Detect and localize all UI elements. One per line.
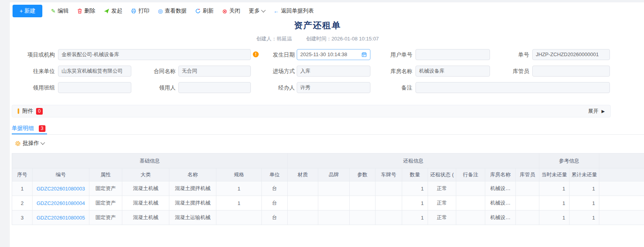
delete-button[interactable]: 删除 [77, 7, 95, 15]
table-cell: 固定资产 [89, 196, 122, 210]
table-cell: 2 [12, 196, 33, 210]
column-header: 还租状态 ( [428, 168, 456, 181]
occur-date-field[interactable]: 2025-11-30 10:14:38 [297, 49, 370, 60]
calendar-icon[interactable] [361, 52, 367, 57]
expand-button[interactable]: 展开 ▶ [588, 108, 605, 115]
recipient-field[interactable] [178, 82, 251, 93]
view-data-button[interactable]: ◎查看数据 [158, 7, 187, 15]
table-cell: 机械设… [485, 181, 516, 196]
attachments-label: 附件 [22, 108, 33, 115]
recipient-label: 领用人 [132, 82, 176, 93]
document-meta: 创建人：韩延温 创建时间：2026-01-08 10:15:07 [0, 35, 635, 42]
created-time: 创建时间：2026-01-08 10:15:07 [306, 35, 379, 42]
initiate-button[interactable]: 发起 [104, 7, 122, 15]
table-cell [350, 196, 376, 210]
column-header: 编号 [33, 168, 89, 181]
table-cell [376, 210, 402, 225]
table-cell [516, 196, 539, 210]
column-header: 单位 [262, 168, 288, 181]
table-cell: 1 [539, 181, 570, 196]
column-header: 属性 [89, 168, 122, 181]
entry-mode-field[interactable]: 入库 [297, 66, 370, 77]
counterparty-field[interactable]: 山东昊宜机械租赁有限公司 [58, 66, 131, 77]
warehouse-keeper-label: 库管员 [486, 66, 529, 77]
column-header: 品牌 [318, 168, 350, 181]
contract-name-field[interactable]: 无合同 [178, 66, 251, 77]
table-cell [516, 210, 539, 225]
handler-field[interactable]: 许秀 [297, 82, 370, 93]
column-header: 车牌号 [376, 168, 402, 181]
column-header: 序号 [12, 168, 33, 181]
close-button[interactable]: ⊗关闭 [222, 7, 240, 15]
chevron-down-icon [40, 140, 45, 145]
table-cell [456, 210, 485, 225]
table-cell: 1 [570, 196, 599, 210]
column-header: 当时未还量 [539, 168, 570, 181]
project-label: 项目或机构 [8, 49, 55, 60]
table-cell: 混凝土搅拌机械 [169, 196, 216, 210]
table-cell [318, 210, 350, 225]
recipient-team-label: 领用班组 [12, 82, 55, 93]
back-button[interactable]: ←返回单据列表 [274, 7, 314, 15]
column-header: 名称 [169, 168, 216, 181]
table-cell: 混凝土机械 [122, 181, 169, 196]
plus-icon: + [20, 8, 23, 14]
table-cell: 机械设… [485, 210, 516, 225]
table-cell: 正常 [428, 196, 456, 210]
user-order-no-field[interactable] [415, 49, 490, 60]
table-cell: 1 [216, 196, 262, 210]
column-header: 材质 [288, 168, 318, 181]
column-header: 库管员 [516, 168, 539, 181]
refresh-button[interactable]: 刷新 [195, 7, 214, 15]
table-row: 2GDZC202601080004固定资产混凝土机械混凝土搅拌机械1台1正常机械… [12, 196, 644, 210]
print-button[interactable]: 打印 [131, 7, 149, 15]
table-cell: 1 [570, 181, 599, 196]
asset-code-link[interactable]: GDZC202601080005 [33, 210, 89, 225]
project-field[interactable]: 金桥装配公司-机械设备库 [58, 49, 251, 60]
tab-detail[interactable]: 单据明细 3 [12, 123, 47, 134]
table-cell [516, 181, 539, 196]
column-header: 行备注 [456, 168, 485, 181]
table-cell [350, 181, 376, 196]
table-cell: 固定资产 [89, 181, 122, 196]
doc-no-field[interactable]: JHZP-ZCHZD20260000001 [532, 49, 610, 60]
table-cell [216, 210, 262, 225]
document-form: 项目或机构 金桥装配公司-机械设备库 ! 发生日期 2025-11-30 10:… [0, 47, 644, 98]
recipient-team-field[interactable] [58, 82, 131, 93]
table-cell [456, 181, 485, 196]
doc-no-label: 单号 [486, 49, 529, 60]
table-cell: 1 [402, 196, 428, 210]
table-cell [599, 210, 644, 225]
table-cell: 台 [262, 196, 288, 210]
asset-code-link[interactable]: GDZC202601080003 [33, 181, 89, 196]
table-cell [456, 196, 485, 210]
detail-table: 基础信息还租信息参考信息序号编号属性大类名称规格单位材质品牌参数车牌号数量还租状… [12, 153, 644, 225]
table-row: 1GDZC202601080003固定资产混凝土机械混凝土搅拌机械1台1正常机械… [12, 181, 644, 196]
table-cell [599, 196, 644, 210]
table-cell: 1 [402, 181, 428, 196]
table-cell: 混凝土运输机械 [169, 210, 216, 225]
printer-icon [131, 8, 136, 14]
table-cell: 1 [216, 181, 262, 196]
occur-date-label: 发生日期 [252, 49, 295, 60]
table-cell: 机械设… [485, 196, 516, 210]
remark-field[interactable] [415, 82, 610, 93]
table-cell [288, 181, 318, 196]
table-cell [350, 210, 376, 225]
more-button[interactable]: 更多 [249, 7, 265, 15]
asset-code-link[interactable]: GDZC202601080004 [33, 196, 89, 210]
table-cell: 3 [12, 210, 33, 225]
warehouse-keeper-field[interactable] [532, 66, 610, 77]
column-header: 数量 [402, 168, 428, 181]
warehouse-name-label: 库房名称 [369, 66, 412, 77]
table-cell [288, 210, 318, 225]
warehouse-name-field[interactable]: 机械设备库 [415, 66, 490, 77]
eye-icon: ◎ [158, 8, 163, 14]
table-cell [376, 196, 402, 210]
batch-operations-button[interactable]: 批操作 [15, 140, 44, 147]
new-button[interactable]: +新建 [13, 5, 42, 17]
edit-button[interactable]: ✎编辑 [51, 7, 69, 15]
table-cell: 正常 [428, 210, 456, 225]
table-cell: 1 [570, 210, 599, 225]
table-cell: 台 [262, 181, 288, 196]
